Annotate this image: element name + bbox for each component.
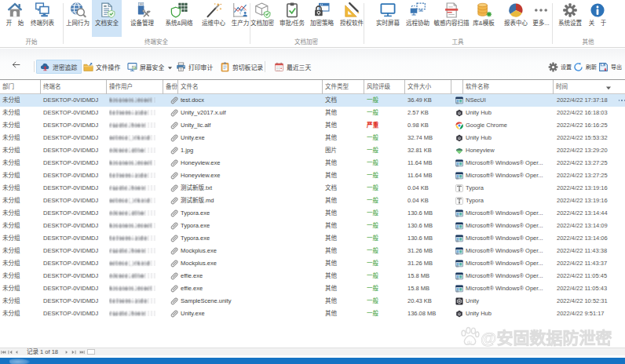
grid-row[interactable]: 未分组DESKTOP-0VIDMDJrшde.hwe测试新版.txt文档一般0.… (0, 182, 625, 195)
cell-time: 2022/4/22 9:51:17 (554, 308, 616, 320)
cell-risk: 一般 (364, 107, 405, 119)
ribbon-item-sensitive-scan[interactable]: 敏感内容扫描 (431, 0, 473, 37)
grid-row[interactable]: 未分组DESKTOP-0VIDMDJwlme_rked测试新版.md其他一般0.… (0, 195, 625, 207)
cell-filetype: 其他 (323, 107, 364, 119)
nav-first-button[interactable] (1, 350, 6, 355)
ribbon-item-doc-encrypt[interactable]: 文档加密 (247, 0, 277, 37)
ribbon-item-label: 加密策略 (310, 20, 334, 27)
cell-app-name: Microsoft® Windows® Oper... (463, 245, 554, 257)
column-header-软件名称[interactable]: 软件名称 (463, 80, 554, 94)
nav-next-button[interactable] (65, 350, 68, 355)
grid-row[interactable]: 未分组DESKTOP-0VIDMDJnkwe.dlw1.jpg图片一般32.81… (0, 144, 625, 157)
column-header-部门[interactable]: 部门 (0, 80, 41, 94)
cell-user: known.mwl (107, 94, 163, 107)
cell-filesize: 32.74 MB (405, 132, 451, 144)
column-header-文件名[interactable]: 文件名 (178, 80, 323, 94)
grid-row[interactable]: 未分组DESKTOP-0VIDMDJtelwm-zdeTypora.exe其他一… (0, 232, 625, 245)
ribbon-item-label: 审批/任务 (280, 20, 305, 27)
ribbon-item-remote-assist[interactable]: 远程协助 (403, 0, 433, 37)
grid-row[interactable]: 未分组DESKTOP-0VIDMDJrшde.hweUnity_lic.alf其… (0, 119, 625, 132)
nav-prev-page-button[interactable] (8, 350, 13, 355)
back-arrow-icon[interactable] (12, 60, 20, 69)
row-actions-ellipsis[interactable] (619, 100, 625, 101)
cell-filename: Unity.exe (178, 132, 323, 144)
column-header-时间[interactable]: 时间 (554, 80, 616, 94)
cell-dept: 未分组 (0, 207, 41, 220)
cell-actions (616, 207, 625, 220)
nav-prev-button[interactable] (15, 350, 18, 355)
column-header-文件类型[interactable]: 文件类型 (323, 80, 364, 94)
cell-backup (163, 245, 178, 257)
ribbon-item-realtime-screen[interactable]: 实时屏幕 (373, 0, 403, 37)
column-header-风险评级[interactable]: 风险评级 (364, 80, 405, 94)
cell-filetype: 文档 (323, 182, 364, 195)
cell-filename: effie.exe (178, 270, 323, 282)
cell-app-name: Microsoft® Windows® Oper... (463, 169, 554, 182)
ribbon-item-home[interactable]: 开 始 (1, 0, 29, 37)
paperclip-icon (170, 309, 178, 318)
toolbar-button-screen-security[interactable]: 屏幕安全 (124, 60, 176, 74)
ribbon-item-encrypt-policy[interactable]: 加密策略 (307, 0, 337, 37)
grid-row[interactable]: 未分组DESKTOP-0VIDMDJnkwe.dlwTypora.exe其他一般… (0, 207, 625, 220)
column-header-操作用户[interactable]: 操作用户 (107, 80, 163, 94)
column-header-备份[interactable]: 备份 (163, 80, 178, 94)
grid-row[interactable]: 未分组DESKTOP-0VIDMDJrшde.hweUnity.exe其他一般1… (0, 308, 625, 320)
grid-row[interactable]: 未分组DESKTOP-0VIDMDJtelwm-zdeUnity_v2017.x… (0, 107, 625, 119)
toolbar-button-last-three-days[interactable]: 最近三天 (271, 60, 315, 74)
app-icon-window (455, 272, 463, 280)
cell-filename: SampleScene.unity (178, 295, 323, 308)
ribbon-item-ops-center[interactable]: 运维中心 (199, 0, 228, 37)
grid-row[interactable]: 未分组DESKTOP-0VIDMDJknown.mwleffie.exe其他一般… (0, 282, 625, 295)
paperclip-icon (170, 146, 178, 155)
nav-edit-box[interactable] (87, 349, 95, 355)
paperclip-icon (170, 108, 178, 118)
cell-filename: Mockplus.exe (178, 257, 323, 270)
app-icon-chrome (455, 122, 463, 129)
cell-time: 2022/4/22 16:18:03 (554, 107, 616, 119)
toolbar-button-file-ops[interactable]: 文件操作 (80, 60, 124, 74)
cell-dept: 未分组 (0, 94, 41, 107)
cell-filename: 1.jpg (178, 144, 323, 157)
ribbon-item-label: 系统&网络 (165, 20, 192, 27)
ribbon-item-web-behavior[interactable]: 上网行为 (63, 0, 93, 37)
cell-backup (163, 270, 178, 282)
column-header-app-icon[interactable] (451, 80, 463, 94)
remote-monitors-icon (409, 2, 426, 19)
cell-filetype: 文档 (323, 94, 364, 107)
clipboard-check-icon (283, 2, 301, 19)
column-header-终端名[interactable]: 终端名 (41, 80, 107, 94)
grid-row[interactable]: 未分组DESKTOP-0VIDMDJtelwm-zdeHoneyview.exe… (0, 169, 625, 182)
nav-last-button[interactable] (79, 350, 85, 355)
cell-filename: Honeyview.exe (178, 169, 323, 182)
cell-filetype: 其他 (323, 270, 364, 282)
ribbon-item-doc-security[interactable]: 文档安全 (92, 0, 122, 37)
ribbon-item-terminal-list[interactable]: 终端列表 (27, 0, 57, 37)
grid-row[interactable]: 未分组DESKTOP-0VIDMDJknown.mwlTypora.exe其他一… (0, 220, 625, 232)
usb-tools-icon (133, 2, 151, 19)
ribbon-item-sys-network[interactable]: 系统&网络 (163, 0, 196, 37)
toolbar-button-print-audit[interactable]: 打印审计 (173, 60, 217, 74)
cell-backup (163, 157, 178, 169)
cell-risk: 严重 (364, 119, 405, 132)
grid-row[interactable]: 未分组DESKTOP-0VIDMDJwlme_rkedUnity.exe其他一般… (0, 132, 625, 144)
toolbar-button-clipboard-records[interactable]: 剪切板记录 (217, 60, 267, 74)
ribbon-item-about[interactable]: 关 于 (583, 0, 612, 37)
ribbon-item-licensed-software[interactable]: 授权软件 (337, 0, 367, 37)
toolbar-button-export[interactable]: 导出 (595, 60, 625, 74)
grid-row[interactable]: 未分组DESKTOP-0VIDMDJtelwm-zdeSampleScene.u… (0, 295, 625, 308)
nav-next-page-button[interactable] (71, 350, 76, 355)
ribbon-item-system-settings[interactable]: 系统设置 (555, 0, 585, 37)
grid-row[interactable]: 未分组DESKTOP-0VIDMDJwlme_rkedMockplus.exe其… (0, 257, 625, 270)
cell-app-name: Microsoft® Windows® Oper... (463, 282, 554, 295)
grid-row[interactable]: 未分组DESKTOP-0VIDMDJknown.mwltest.docx文档一般… (0, 94, 625, 107)
grid-row[interactable]: 未分组DESKTOP-0VIDMDJrшde.hweMockplus.exe其他… (0, 245, 625, 257)
ribbon-item-approval-tasks[interactable]: 审批/任务 (276, 0, 308, 37)
ribbon-item-device-mgmt[interactable]: 设备管理 (127, 0, 157, 37)
grid-row[interactable]: 未分组DESKTOP-0VIDMDJknown.mwlHoneyview.exe… (0, 157, 625, 169)
grid-row[interactable]: 未分组DESKTOP-0VIDMDJnkwe.dlweffie.exe其他一般1… (0, 270, 625, 282)
ribbon-item-more[interactable]: 更多... (527, 0, 555, 37)
column-header-文件大小[interactable]: 文件大小 (405, 80, 451, 94)
ribbon-item-library-templates[interactable]: 库&模板 (470, 0, 498, 37)
ribbon-item-label: 生产力 (232, 20, 250, 27)
toolbar-button-leak-trace[interactable]: 泄密追踪 (36, 60, 82, 74)
